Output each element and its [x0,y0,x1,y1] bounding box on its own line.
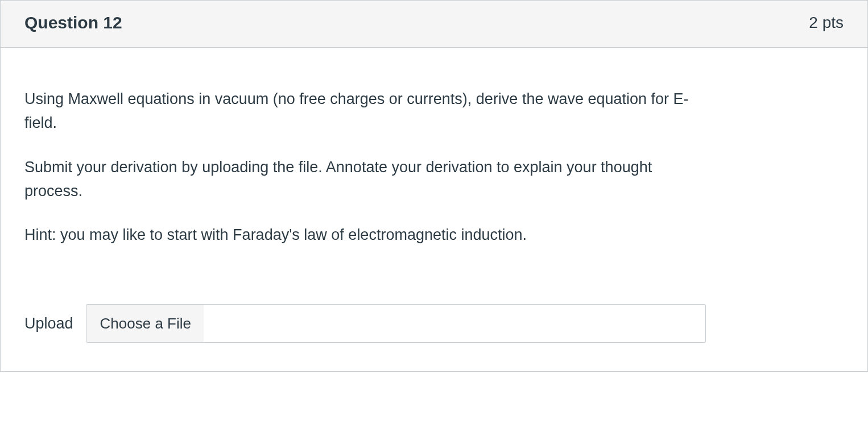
question-body: Using Maxwell equations in vacuum (no fr… [1,48,867,371]
upload-section: Upload Choose a File [24,304,844,343]
question-points: 2 pts [809,14,844,32]
question-text: Using Maxwell equations in vacuum (no fr… [24,88,844,247]
question-header: Question 12 2 pts [1,1,867,48]
question-paragraph-3: Hint: you may like to start with Faraday… [24,223,696,247]
question-title: Question 12 [24,13,122,32]
question-paragraph-2: Submit your derivation by uploading the … [24,156,696,203]
question-container: Question 12 2 pts Using Maxwell equation… [0,0,868,372]
file-input-row: Choose a File [86,304,706,343]
choose-file-button[interactable]: Choose a File [86,304,205,343]
upload-label: Upload [24,315,73,332]
file-input-display[interactable] [204,304,706,343]
question-paragraph-1: Using Maxwell equations in vacuum (no fr… [24,88,696,135]
